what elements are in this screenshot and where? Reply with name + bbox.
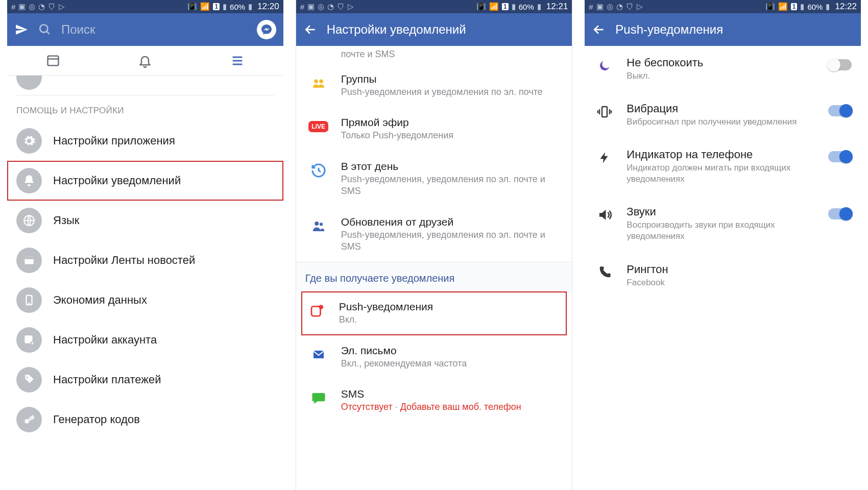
picture-icon: ▣	[18, 2, 26, 11]
truncated-subtitle: почте и SMS	[296, 46, 572, 64]
menu-label: Экономия данных	[53, 293, 147, 307]
bell-icon	[16, 168, 42, 193]
row-title: Группы	[341, 73, 563, 85]
push-ringtone-row[interactable]: РингтонFacebook	[585, 253, 861, 299]
svg-rect-26	[602, 107, 607, 117]
notif-sms-row[interactable]: SMSОтсутствует · Добавьте ваш моб. телеф…	[296, 379, 572, 422]
gear-icon	[16, 128, 42, 154]
row-title: Прямой эфир	[341, 116, 563, 129]
hash-icon: #	[11, 3, 15, 11]
svg-point-0	[40, 24, 47, 32]
section-header: ПОМОЩЬ И НАСТРОЙКИ	[7, 95, 283, 121]
history-icon	[309, 161, 328, 180]
row-subtitle: Индикатор должен мигать при входящих уве…	[626, 162, 815, 185]
clock: 12:20	[257, 2, 279, 12]
page-title: Настройки уведомлений	[327, 22, 565, 37]
vibration-icon	[596, 103, 613, 120]
tag-icon	[16, 367, 42, 393]
led-switch[interactable]	[828, 151, 852, 162]
row-subtitle: Воспроизводить звуки при входящих уведом…	[626, 219, 815, 242]
row-title: Вибрация	[626, 102, 815, 115]
back-button[interactable]	[303, 22, 318, 37]
live-icon: LIVE	[309, 117, 328, 136]
messenger-button[interactable]	[257, 20, 276, 39]
globe-icon	[16, 208, 42, 233]
menu-label: Настройки уведомлений	[53, 174, 181, 187]
row-title: В этот день	[341, 160, 563, 173]
menu-payment-settings[interactable]: Настройки платежей	[7, 360, 283, 400]
key-icon	[16, 407, 42, 432]
groups-icon	[309, 74, 328, 92]
menu-label: Настройки платежей	[53, 373, 161, 386]
row-subtitle: Facebook	[626, 277, 852, 288]
row-subtitle: Выкл.	[626, 70, 815, 82]
search-icon[interactable]	[38, 22, 52, 37]
row-title: Эл. письмо	[341, 345, 563, 357]
notif-live-row[interactable]: LIVE Прямой эфирТолько Push-уведомления	[296, 107, 572, 151]
menu-notification-settings[interactable]: Настройки уведомлений	[7, 161, 283, 201]
feed-settings-icon	[16, 248, 42, 273]
row-subtitle: Только Push-уведомления	[341, 130, 563, 141]
notif-email-row[interactable]: Эл. письмоВкл., рекомендуемая частота	[296, 335, 572, 379]
play-icon: ▷	[59, 2, 65, 11]
row-subtitle: Push-уведомления и уведомления по эл. по…	[341, 86, 563, 98]
back-button[interactable]	[592, 22, 606, 37]
push-icon	[307, 302, 326, 320]
menu-data-saver[interactable]: Экономия данных	[7, 280, 283, 320]
app-header: Поиск	[7, 13, 283, 46]
svg-point-21	[320, 223, 323, 226]
svg-rect-9	[25, 256, 33, 259]
page-title: Push-уведомления	[615, 22, 854, 37]
sounds-switch[interactable]	[828, 208, 852, 219]
search-placeholder[interactable]: Поиск	[61, 22, 248, 37]
notifications-tab-icon[interactable]	[138, 54, 152, 68]
row-subtitle: Вибросигнал при получении уведомления	[626, 116, 815, 128]
svg-point-16	[25, 419, 29, 424]
menu-app-settings[interactable]: Настройки приложения	[7, 121, 283, 161]
dnd-switch[interactable]	[828, 59, 852, 70]
svg-rect-2	[48, 56, 59, 65]
speaker-icon	[596, 206, 613, 224]
friends-icon	[309, 217, 328, 235]
push-led-row[interactable]: Индикатор на телефонеИндикатор должен ми…	[585, 138, 861, 195]
app-header: Настройки уведомлений	[296, 13, 572, 46]
menu-label: Настройки приложения	[53, 134, 175, 148]
push-dnd-row[interactable]: Не беспокоитьВыкл.	[585, 46, 861, 92]
svg-point-15	[27, 377, 28, 378]
pie-icon: ◔	[38, 2, 45, 11]
menu-language[interactable]: Язык	[7, 201, 283, 240]
phone-icon	[16, 287, 42, 313]
target-icon: ◎	[29, 2, 35, 11]
notif-onthisday-row[interactable]: В этот деньPush-уведомления, уведомления…	[296, 151, 572, 207]
signal-icon: ▮	[223, 2, 227, 11]
wifi-icon: 📶	[200, 2, 210, 11]
screen-notification-settings: #▣◎◔⛉▷ 📳📶1▮60%▮12:21 Настройки уведомлен…	[296, 0, 573, 490]
notif-friends-row[interactable]: Обновления от друзейPush-уведомления, ув…	[296, 207, 572, 262]
notif-push-row[interactable]: Push-уведомленияВкл.	[301, 291, 567, 335]
send-icon[interactable]	[14, 22, 29, 37]
menu-tab-icon[interactable]	[230, 54, 245, 68]
vibration-switch[interactable]	[828, 105, 852, 116]
notif-groups-row[interactable]: ГруппыPush-уведомления и уведомления по …	[296, 64, 572, 107]
svg-point-20	[315, 222, 319, 226]
row-subtitle: Вкл., рекомендуемая частота	[341, 358, 563, 370]
push-vibration-row[interactable]: ВибрацияВибросигнал при получении уведом…	[585, 92, 861, 138]
shield-icon: ⛉	[48, 3, 56, 11]
battery-icon: ▮	[248, 2, 252, 11]
battery-pct: 60%	[230, 3, 245, 11]
svg-point-18	[314, 80, 318, 84]
menu-code-generator[interactable]: Генератор кодов	[7, 400, 283, 439]
tab-strip	[7, 46, 283, 76]
row-subtitle: Push-уведомления, уведомления по эл. поч…	[341, 174, 563, 198]
push-sounds-row[interactable]: ЗвукиВоспроизводить звуки при входящих у…	[585, 195, 861, 252]
menu-feed-settings[interactable]: Настройки Ленты новостей	[7, 240, 283, 280]
feed-tab-icon[interactable]	[46, 54, 60, 68]
row-subtitle: Отсутствует · Добавьте ваш моб. телефон	[341, 401, 563, 413]
flash-icon	[596, 149, 613, 166]
menu-label: Настройки аккаунта	[53, 333, 157, 347]
menu-account-settings[interactable]: Настройки аккаунта	[7, 320, 283, 360]
app-header: Push-уведомления	[585, 13, 861, 46]
row-subtitle: Push-уведомления, уведомления по эл. поч…	[341, 229, 563, 253]
moon-icon	[596, 57, 613, 75]
row-title: Звуки	[626, 205, 815, 218]
